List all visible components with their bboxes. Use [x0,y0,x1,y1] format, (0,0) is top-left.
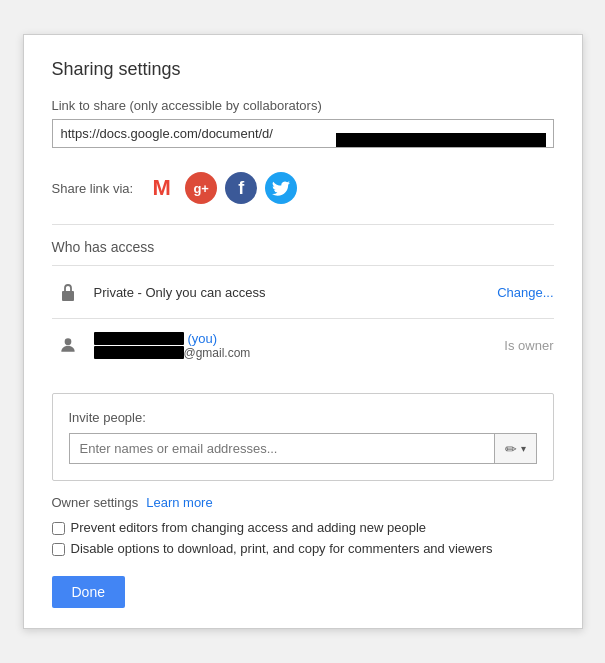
private-access-name: Private - Only you can access [94,285,266,300]
you-label: (you) [188,331,218,346]
chevron-down-icon: ▾ [521,443,526,454]
private-access-info: Private - Only you can access [94,283,498,301]
dialog-title: Sharing settings [52,59,554,80]
share-twitter-button[interactable] [265,172,297,204]
invite-label: Invite people: [69,410,537,425]
share-gplus-button[interactable]: g+ [185,172,217,204]
disable-download-label: Disable options to download, print, and … [71,541,493,556]
access-row-owner: (you) @gmail.com Is owner [52,318,554,371]
gplus-letter: g+ [193,181,209,196]
owner-settings-label: Owner settings [52,495,139,510]
sharing-settings-dialog: Sharing settings Link to share (only acc… [23,34,583,629]
share-facebook-button[interactable]: f [225,172,257,204]
lock-icon [52,276,84,308]
pencil-icon: ✏ [505,441,517,457]
invite-input[interactable] [69,433,494,464]
svg-rect-0 [62,291,74,301]
link-section-label: Link to share (only accessible by collab… [52,98,554,113]
is-owner-label: Is owner [504,338,553,353]
learn-more-link[interactable]: Learn more [146,495,212,510]
checkbox-row-1: Prevent editors from changing access and… [52,520,554,535]
prevent-editors-checkbox[interactable] [52,522,65,535]
facebook-letter: f [238,178,244,199]
share-via-label: Share link via: [52,181,134,196]
person-icon [52,329,84,361]
owner-settings-row: Owner settings Learn more [52,495,554,510]
owner-email-suffix: @gmail.com [184,346,251,360]
invite-permission-button[interactable]: ✏ ▾ [494,433,537,464]
invite-box: Invite people: ✏ ▾ [52,393,554,481]
disable-download-checkbox[interactable] [52,543,65,556]
share-gmail-button[interactable]: M [145,172,177,204]
owner-email-redacted [94,346,184,359]
done-button[interactable]: Done [52,576,125,608]
checkbox-row-2: Disable options to download, print, and … [52,541,554,556]
prevent-editors-label: Prevent editors from changing access and… [71,520,427,535]
twitter-bird-icon [272,181,290,196]
owner-name-redacted [94,332,184,345]
svg-point-1 [64,338,71,345]
owner-access-info: (you) @gmail.com [94,331,505,360]
change-action[interactable]: Change... [497,285,553,300]
invite-input-row: ✏ ▾ [69,433,537,464]
who-has-access-title: Who has access [52,239,554,255]
divider-1 [52,224,554,225]
share-link-input[interactable] [52,119,554,148]
change-link[interactable]: Change... [497,285,553,300]
access-row-private: Private - Only you can access Change... [52,265,554,318]
share-via-row: Share link via: M g+ f [52,172,554,204]
